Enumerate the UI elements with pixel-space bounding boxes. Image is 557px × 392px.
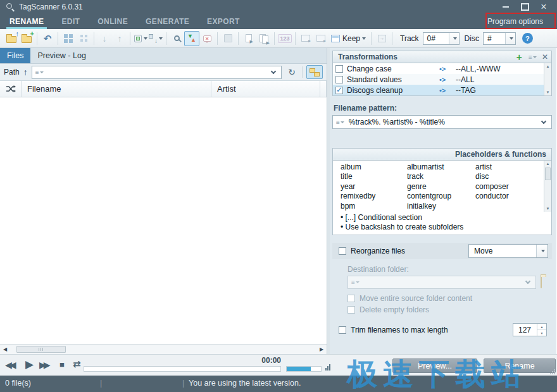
transformations-scrollbar[interactable]: ▲ ▼ <box>544 63 551 95</box>
spinner-up-arrow[interactable]: ▲ <box>537 324 546 330</box>
reorganize-checkbox[interactable] <box>339 247 346 255</box>
spinner-down-arrow[interactable]: ▼ <box>537 330 546 336</box>
sort-files-button[interactable] <box>148 31 163 46</box>
placeholder-item[interactable]: initialkey <box>407 202 475 211</box>
scrollbar-thumb[interactable] <box>545 168 551 180</box>
filename-pattern-combo[interactable]: ≡ %track%. %artist% - %title% <box>332 115 552 129</box>
move-source-checkbox[interactable] <box>347 295 355 302</box>
preview-button[interactable]: Preview... <box>392 358 477 373</box>
save-button[interactable] <box>220 31 235 46</box>
tab-preview-log[interactable]: Preview - Log <box>30 48 92 63</box>
file-list[interactable] <box>0 97 327 344</box>
folder-up-button[interactable]: ↑ <box>23 67 28 77</box>
help-button[interactable]: ? <box>522 33 533 44</box>
menu-online[interactable]: ONLINE <box>96 14 130 29</box>
track-dropdown-button[interactable] <box>449 33 459 44</box>
remove-tags-button[interactable]: ✕ <box>199 31 215 46</box>
column-header-title[interactable]: T <box>320 81 327 97</box>
column-header-filename[interactable]: Filename <box>22 81 211 97</box>
move-down-button[interactable]: ↓ <box>97 31 112 46</box>
reorganize-mode-combo[interactable]: Move <box>468 244 548 258</box>
menu-export[interactable]: EXPORT <box>205 14 242 29</box>
delete-empty-checkbox[interactable] <box>347 306 355 314</box>
scroll-left-arrow[interactable]: ◀ <box>0 345 10 354</box>
horizontal-scrollbar[interactable]: ◀ ▶ <box>0 344 327 354</box>
chevron-down-icon[interactable] <box>541 118 546 123</box>
refresh-button[interactable]: ↻ <box>285 67 298 77</box>
scroll-right-arrow[interactable]: ▶ <box>316 345 327 354</box>
volume-slider[interactable] <box>286 366 322 372</box>
select-files-button[interactable] <box>133 31 148 46</box>
scroll-down-arrow[interactable]: ▼ <box>544 205 551 212</box>
column-header-artist[interactable]: Artist <box>211 81 320 97</box>
renumber-button[interactable]: 123 <box>277 31 292 46</box>
playback-progress-bar[interactable] <box>84 366 281 372</box>
minimize-button[interactable] <box>501 3 510 11</box>
menu-generate[interactable]: GENERATE <box>144 14 191 29</box>
export-cover-button[interactable] <box>313 31 329 46</box>
add-folder-button[interactable]: + <box>19 31 34 46</box>
close-button[interactable]: × <box>539 3 548 11</box>
undo-button[interactable]: ↶ <box>40 31 55 46</box>
placeholder-item[interactable]: composer <box>475 182 542 192</box>
play-all-button[interactable] <box>256 31 272 46</box>
maximize-button[interactable] <box>520 3 529 11</box>
transformations-menu-icon[interactable]: ≡ <box>529 54 537 61</box>
checkbox[interactable] <box>335 65 343 73</box>
path-input[interactable]: ≡ <box>32 66 282 79</box>
trim-length-spinner[interactable]: 127 ▲ ▼ <box>513 323 547 336</box>
previous-track-button[interactable]: ◀◀ <box>5 360 14 370</box>
placeholder-item[interactable]: disc <box>475 172 542 181</box>
move-up-button[interactable]: ↑ <box>112 31 127 46</box>
open-folder-button[interactable]: ↑ <box>4 31 19 46</box>
placeholder-item[interactable]: contentgroup <box>407 192 475 201</box>
placeholder-item[interactable]: track <box>407 172 475 181</box>
transformation-row[interactable]: Change case •> --ALL,-WWW <box>333 63 544 74</box>
placeholders-scrollbar[interactable]: ▲ ▼ <box>544 161 551 212</box>
scroll-down-arrow[interactable]: ▼ <box>544 89 551 95</box>
play-file-button[interactable] <box>241 31 256 46</box>
large-grid-view-button[interactable] <box>61 31 76 46</box>
trim-checkbox[interactable] <box>339 326 346 334</box>
checkbox[interactable] <box>335 87 343 94</box>
small-grid-view-button[interactable] <box>76 31 91 46</box>
menu-rename[interactable]: RENAME <box>8 14 46 29</box>
scroll-up-arrow[interactable]: ▲ <box>544 63 551 70</box>
track-combo[interactable]: 0# <box>423 32 460 45</box>
placeholder-item[interactable]: year <box>341 182 407 192</box>
scroll-up-arrow[interactable]: ▲ <box>544 161 551 167</box>
placeholder-item[interactable]: albumartist <box>407 162 475 172</box>
tab-files[interactable]: Files <box>0 48 30 63</box>
repeat-button[interactable]: ⇄ <box>73 358 81 370</box>
indent-button[interactable]: → <box>374 31 389 46</box>
close-panel-icon[interactable]: ✕ <box>542 52 548 61</box>
menu-edit[interactable]: EDIT <box>59 14 82 29</box>
transformation-row[interactable]: Standard values •> --ALL <box>333 74 544 85</box>
import-cover-button[interactable] <box>298 31 313 46</box>
program-options-button[interactable]: Program options <box>481 14 549 29</box>
resize-grip[interactable] <box>549 369 555 374</box>
list-menu-icon[interactable]: ≡ <box>333 119 344 126</box>
chevron-down-icon[interactable] <box>271 68 276 73</box>
transform-tags-button[interactable]: ▼▲ <box>184 31 199 46</box>
placeholder-item[interactable]: genre <box>407 182 475 192</box>
placeholder-item[interactable]: album <box>341 162 407 172</box>
search-button[interactable] <box>169 31 184 46</box>
placeholder-item[interactable]: conductor <box>475 192 542 201</box>
browse-folder-button[interactable] <box>541 277 542 288</box>
play-button[interactable]: ▶ <box>25 358 34 371</box>
scrollbar-thumb[interactable] <box>16 346 66 353</box>
folder-tree-toggle-button[interactable] <box>306 65 323 79</box>
disc-combo[interactable]: # <box>483 32 516 45</box>
placeholder-item[interactable]: artist <box>475 162 542 172</box>
list-menu-icon[interactable]: ≡ <box>32 69 44 76</box>
destination-folder-combo[interactable]: ≡ <box>347 276 536 289</box>
reorganize-mode-dropdown[interactable] <box>536 245 548 257</box>
rename-button[interactable]: Rename <box>484 358 556 373</box>
disc-dropdown-button[interactable] <box>505 33 515 44</box>
placeholder-item[interactable]: title <box>341 172 407 181</box>
checkbox[interactable] <box>335 76 343 83</box>
add-transformation-icon[interactable]: ＋ <box>515 53 523 61</box>
placeholder-item[interactable]: remixedby <box>341 192 407 201</box>
next-track-button[interactable]: ▶▶ <box>39 360 48 370</box>
